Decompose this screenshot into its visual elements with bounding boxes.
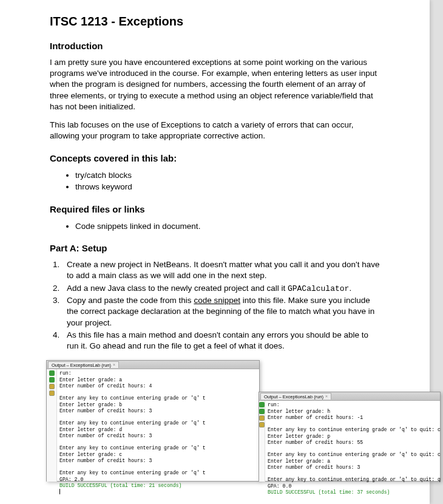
step-2-end: . bbox=[349, 284, 351, 293]
ide-output-window-2: Output – ExceptionsLab (run) × run: Ente… bbox=[259, 392, 441, 482]
ide-tab-label: Output – ExceptionsLab (run) bbox=[52, 363, 111, 368]
step-3-text: Copy and paste the code from this bbox=[67, 296, 194, 305]
page-title: ITSC 1213 - Exceptions bbox=[50, 15, 380, 29]
build-success-text: BUILD SUCCESSFUL (total time: 21 seconds… bbox=[59, 483, 181, 488]
document-content: ITSC 1213 - Exceptions Introduction I am… bbox=[11, 0, 419, 488]
run-icon[interactable] bbox=[49, 377, 55, 383]
steps-list: Create a new project in NetBeans. It doe… bbox=[50, 259, 380, 352]
concepts-heading: Concepts covered in this lab: bbox=[50, 153, 380, 163]
screenshot-area: Output – ExceptionsLab (run) × run: Ente… bbox=[46, 360, 380, 488]
ide-tab-label: Output – ExceptionsLab (run) bbox=[264, 394, 323, 400]
document-page: ITSC 1213 - Exceptions Introduction I am… bbox=[0, 0, 430, 504]
stop-icon[interactable] bbox=[259, 415, 265, 421]
code-snippet-link[interactable]: code snippet bbox=[194, 296, 240, 305]
step-2: Add a new Java class to the newly create… bbox=[62, 283, 380, 295]
list-item: Code snippets linked in document. bbox=[75, 220, 380, 233]
intro-paragraph-1: I am pretty sure you have encountered ex… bbox=[50, 57, 380, 112]
ide-tabbar: Output – ExceptionsLab (run) × bbox=[47, 361, 259, 369]
ide-output-text: run: Enter letter grade: h Enter number … bbox=[265, 401, 443, 482]
ide-tab[interactable]: Output – ExceptionsLab (run) × bbox=[48, 361, 119, 368]
run-icon[interactable] bbox=[259, 402, 265, 407]
ide-output-text: run: Enter letter grade: a Enter number … bbox=[57, 369, 259, 482]
ide-tabbar: Output – ExceptionsLab (run) × bbox=[259, 392, 440, 401]
ide-gutter bbox=[259, 401, 265, 482]
settings-icon[interactable] bbox=[49, 390, 55, 396]
run-icon[interactable] bbox=[49, 370, 55, 376]
close-icon[interactable]: × bbox=[325, 394, 328, 400]
ide-gutter bbox=[47, 369, 57, 482]
code-classname: GPACalculator bbox=[288, 284, 349, 293]
ide-output-window-1: Output – ExceptionsLab (run) × run: Ente… bbox=[46, 360, 260, 482]
ide-text-block: run: Enter letter grade: a Enter number … bbox=[59, 370, 206, 482]
run-icon[interactable] bbox=[259, 409, 265, 414]
close-icon[interactable]: × bbox=[113, 363, 115, 368]
list-item: throws keyword bbox=[75, 181, 380, 193]
step-4: As this file has a main method and doesn… bbox=[62, 330, 380, 352]
step-1: Create a new project in NetBeans. It doe… bbox=[62, 259, 380, 281]
required-heading: Required files or links bbox=[50, 204, 380, 214]
part-a-heading: Part A: Setup bbox=[50, 243, 380, 253]
step-3: Copy and paste the code from this code s… bbox=[62, 295, 380, 329]
ide-text-block: run: Enter letter grade: h Enter number … bbox=[268, 402, 441, 488]
settings-icon[interactable] bbox=[259, 422, 265, 427]
intro-paragraph-2: This lab focuses on the use of Exception… bbox=[50, 120, 380, 141]
ide-tab[interactable]: Output – ExceptionsLab (run) × bbox=[260, 393, 331, 400]
step-2-text: Add a new Java class to the newly create… bbox=[67, 284, 288, 293]
build-success-text: BUILD SUCCESSFUL (total time: 37 seconds… bbox=[268, 489, 390, 495]
text-cursor-icon bbox=[59, 489, 60, 494]
stop-icon[interactable] bbox=[49, 384, 55, 389]
required-list: Code snippets linked in document. bbox=[50, 220, 380, 233]
intro-heading: Introduction bbox=[50, 41, 380, 51]
list-item: try/catch blocks bbox=[75, 169, 380, 182]
concepts-list: try/catch blocks throws keyword bbox=[50, 169, 380, 193]
ide-body: run: Enter letter grade: a Enter number … bbox=[47, 369, 259, 482]
ide-body: run: Enter letter grade: h Enter number … bbox=[259, 401, 440, 482]
